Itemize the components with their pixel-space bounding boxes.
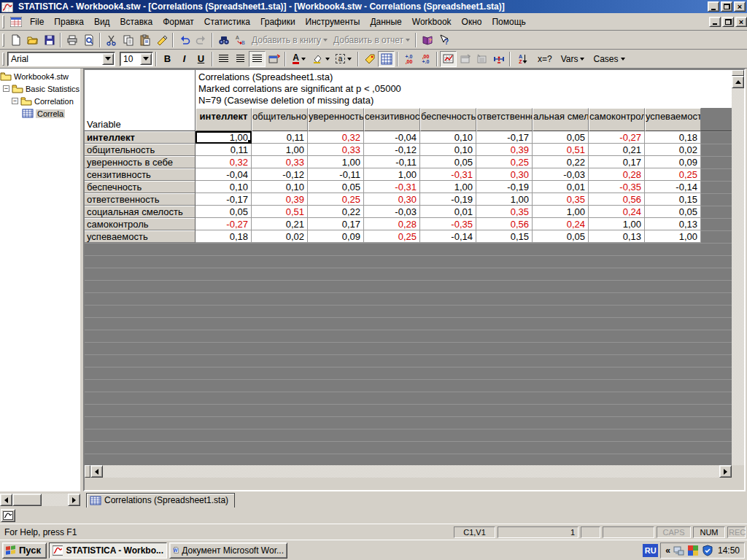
correlation-cell[interactable]: 1,00 <box>364 168 420 181</box>
menu-item-данные[interactable]: Данные <box>365 15 406 29</box>
redo-icon[interactable] <box>193 32 209 48</box>
chevron-down-icon[interactable] <box>140 53 152 65</box>
split-handle[interactable] <box>85 465 90 478</box>
correlation-cell[interactable]: 0,25 <box>308 193 364 206</box>
mdi-minimize-icon[interactable] <box>709 17 721 27</box>
undo-icon[interactable] <box>176 32 193 48</box>
network-icon[interactable] <box>673 545 684 556</box>
correlation-cell[interactable]: -0,17 <box>476 131 533 144</box>
column-header[interactable]: успеваемость <box>645 108 701 131</box>
correlation-cell[interactable]: 0,10 <box>420 131 476 144</box>
correlation-cell[interactable]: 0,01 <box>420 206 476 218</box>
column-header[interactable]: самоконтроль <box>589 108 645 131</box>
correlation-cell[interactable]: 0,39 <box>476 144 533 156</box>
correlation-cell[interactable]: 0,15 <box>645 193 701 206</box>
close-icon[interactable]: × <box>734 1 746 12</box>
column-header[interactable]: уверенность в себе <box>308 108 364 131</box>
correlation-cell[interactable]: 1,00 <box>196 131 252 144</box>
correlation-cell[interactable]: 0,35 <box>476 206 533 218</box>
tree-item-correlation[interactable]: − Correlation <box>0 95 80 107</box>
correlation-cell[interactable]: 0,05 <box>308 181 364 193</box>
column-header[interactable]: альная смелость <box>533 108 589 131</box>
column-header[interactable]: интеллект <box>196 108 252 131</box>
row-label[interactable]: социальная смелость <box>85 206 196 218</box>
help-book-icon[interactable]: ? <box>419 32 436 48</box>
correlation-cell[interactable]: 0,21 <box>589 144 645 156</box>
macro-strength-icon[interactable] <box>490 51 507 67</box>
start-button[interactable]: Пуск <box>2 542 47 559</box>
correlation-cell[interactable]: 0,05 <box>196 206 252 218</box>
minimize-icon[interactable] <box>708 1 719 12</box>
open-icon[interactable] <box>24 32 41 48</box>
increase-decimals-icon[interactable]: +.0,00 <box>400 51 417 67</box>
save-icon[interactable] <box>41 32 58 48</box>
correlation-cell[interactable]: 1,00 <box>420 181 476 193</box>
scrollbar-thumb[interactable] <box>12 494 42 506</box>
correlation-cell[interactable]: 1,00 <box>589 218 645 230</box>
sort-icon[interactable]: AZ <box>513 51 533 67</box>
tree-item-basic-statistics[interactable]: − Basic Statistics <box>0 82 80 95</box>
scroll-left-icon[interactable] <box>90 465 103 478</box>
shield-icon[interactable] <box>702 545 713 556</box>
menu-grip[interactable] <box>2 15 4 28</box>
correlation-cell[interactable]: 0,09 <box>308 230 364 243</box>
font-size-combo[interactable]: 10 <box>120 52 153 66</box>
correlation-cell[interactable]: 0,22 <box>308 206 364 218</box>
column-header[interactable]: беспечность <box>420 108 476 131</box>
correlation-cell[interactable]: -0,11 <box>364 156 420 168</box>
correlation-cell[interactable]: 0,39 <box>252 193 308 206</box>
vars-button[interactable]: Vars <box>557 54 589 64</box>
correlation-cell[interactable]: 0,13 <box>645 218 701 230</box>
correlation-cell[interactable]: 0,11 <box>252 131 308 144</box>
font-name-combo[interactable]: Arial <box>7 52 115 66</box>
find-icon[interactable] <box>215 32 232 48</box>
chevron-down-icon[interactable] <box>102 53 114 65</box>
collapse-tray-icon[interactable]: « <box>665 545 670 556</box>
correlation-cell[interactable]: 1,00 <box>252 144 308 156</box>
correlation-cell[interactable]: 0,02 <box>645 144 701 156</box>
correlation-cell[interactable]: 0,56 <box>589 193 645 206</box>
correlation-cell[interactable]: 0,51 <box>533 144 589 156</box>
replace-icon[interactable]: AB <box>232 32 249 48</box>
align-center-icon[interactable] <box>232 51 249 67</box>
scroll-right-icon[interactable] <box>68 494 80 506</box>
correlation-cell[interactable]: 0,33 <box>308 144 364 156</box>
correlation-cell[interactable]: 0,25 <box>645 168 701 181</box>
update-report-icon[interactable] <box>473 51 490 67</box>
task-statistica[interactable]: STATISTICA - Workbo... <box>49 542 167 559</box>
new-icon[interactable] <box>7 32 24 48</box>
correlation-cell[interactable]: 0,32 <box>196 156 252 168</box>
menu-item-графики[interactable]: Графики <box>255 15 301 29</box>
correlation-cell[interactable]: -0,35 <box>420 218 476 230</box>
correlation-cell[interactable]: -0,14 <box>645 181 701 193</box>
row-label[interactable]: общительность <box>85 144 196 156</box>
correlation-cell[interactable]: 0,10 <box>420 144 476 156</box>
row-label[interactable]: сензитивность <box>85 168 196 181</box>
correlation-cell[interactable]: 0,33 <box>252 156 308 168</box>
variable-corner-cell[interactable]: Variable <box>85 70 196 131</box>
mdi-restore-icon[interactable] <box>722 17 734 27</box>
border-style-button[interactable]: a <box>332 51 355 67</box>
menu-item-статистика[interactable]: Статистика <box>199 15 255 29</box>
correlation-cell[interactable]: -0,03 <box>364 206 420 218</box>
menu-item-вставка[interactable]: Вставка <box>115 15 158 29</box>
correlation-cell[interactable]: 0,32 <box>308 131 364 144</box>
context-help-icon[interactable]: ? <box>436 32 452 48</box>
scroll-up-icon[interactable] <box>732 76 744 88</box>
toolbar-grip-2[interactable] <box>2 52 4 66</box>
row-label[interactable]: ответственность <box>85 193 196 206</box>
mdi-close-icon[interactable]: × <box>735 17 747 27</box>
format-painter-icon[interactable] <box>153 32 170 48</box>
menu-item-вид[interactable]: Вид <box>89 15 115 29</box>
task-word-document[interactable]: W Документ Microsoft Wor... <box>169 542 287 559</box>
underline-button[interactable]: U <box>193 51 209 67</box>
correlation-cell[interactable]: 0,30 <box>476 168 533 181</box>
correlation-cell[interactable]: 0,05 <box>420 156 476 168</box>
correlation-cell[interactable]: 1,00 <box>476 193 533 206</box>
correlation-cell[interactable]: -0,31 <box>420 168 476 181</box>
correlation-cell[interactable]: 0,10 <box>196 181 252 193</box>
correlation-cell[interactable]: -0,11 <box>308 168 364 181</box>
correlation-cell[interactable]: 0,56 <box>476 218 533 230</box>
vertical-scrollbar[interactable] <box>732 70 744 478</box>
correlation-cell[interactable]: 0,05 <box>645 206 701 218</box>
